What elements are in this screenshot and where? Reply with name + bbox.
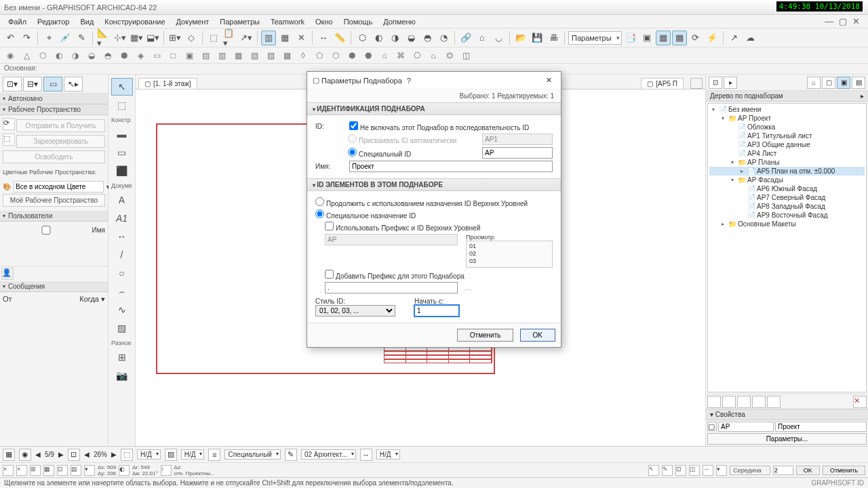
- tab-floorplan[interactable]: ▢[1. 1-й этаж]: [138, 78, 197, 89]
- s12-icon[interactable]: ▣: [182, 49, 197, 62]
- custom-id-field[interactable]: [482, 147, 553, 159]
- cursor-icon[interactable]: ⬚: [206, 30, 221, 45]
- sync-icon[interactable]: ⟳: [3, 118, 15, 130]
- tree-node[interactable]: ▾📁АР Планы: [709, 158, 865, 167]
- circle-tool[interactable]: ○: [111, 264, 133, 282]
- cb8-icon[interactable]: ◐: [119, 465, 130, 476]
- prop-icon[interactable]: ▢: [707, 422, 717, 431]
- custom-id-radio-label[interactable]: Специальный ID: [348, 148, 411, 158]
- qo7-icon[interactable]: ↔: [360, 449, 372, 461]
- cb6-icon[interactable]: ▤: [71, 465, 81, 476]
- edit2-icon[interactable]: ◑: [387, 30, 402, 45]
- s13-icon[interactable]: ▤: [198, 49, 213, 62]
- cb7-icon[interactable]: ▾: [84, 465, 95, 476]
- ok-button[interactable]: OK: [520, 329, 555, 342]
- navigator-header[interactable]: Дерево по поднаборам ▸: [706, 91, 868, 102]
- reserve-button[interactable]: Зарезервировать: [16, 135, 105, 148]
- fill-tool[interactable]: ▨: [111, 319, 133, 337]
- page-prev-icon[interactable]: ◀: [35, 451, 41, 458]
- mesh-tool[interactable]: ⊞: [111, 348, 133, 366]
- layers-icon[interactable]: 📑: [623, 30, 638, 45]
- nav-new2-icon[interactable]: [722, 396, 736, 408]
- refresh-icon[interactable]: ⟳: [688, 30, 703, 45]
- s9-icon[interactable]: ◈: [133, 49, 148, 62]
- ruler2-icon[interactable]: 📏: [332, 30, 347, 45]
- s18-icon[interactable]: ▩: [279, 49, 294, 62]
- save-icon[interactable]: 💾: [530, 30, 545, 45]
- ruler-icon[interactable]: 📐▾: [96, 30, 111, 45]
- tree-node[interactable]: 📄АР7 Северный Фасад: [709, 193, 865, 202]
- teamwork-header[interactable]: Автономно: [0, 94, 108, 104]
- nav-btn2[interactable]: ▸: [724, 77, 737, 89]
- properties-button[interactable]: Параметры...: [707, 433, 867, 445]
- nav-project-icon[interactable]: ⌂: [807, 77, 821, 89]
- menu-options[interactable]: Параметры: [214, 16, 265, 27]
- roof-icon[interactable]: ⌂: [475, 30, 490, 45]
- menu-document[interactable]: Документ: [171, 16, 215, 27]
- morph-icon[interactable]: ⬡: [355, 30, 370, 45]
- my-workspace-button[interactable]: Моё Рабочее Пространство: [3, 194, 105, 207]
- tabview-icon[interactable]: [690, 78, 703, 89]
- graphisoft-id[interactable]: GRAPHISOFT ID: [811, 479, 864, 488]
- style-select[interactable]: 01, 02, 03, ...: [315, 305, 395, 317]
- grid-icon[interactable]: ▦▾: [129, 30, 144, 45]
- menu-addon[interactable]: Допменю: [378, 16, 421, 27]
- continue-radio-label[interactable]: Продолжить с использованием назначения I…: [315, 197, 528, 207]
- dim-tool[interactable]: ↔: [111, 228, 133, 245]
- nav-new-icon[interactable]: [707, 396, 721, 408]
- mid-dd[interactable]: Середина: [730, 466, 770, 475]
- add-prefix-checkbox[interactable]: [325, 270, 334, 279]
- track-ok-button[interactable]: OK: [796, 466, 820, 475]
- inject-icon[interactable]: 💉: [58, 30, 73, 45]
- section-identification[interactable]: ИДЕНТИФИКАЦИЯ ПОДНАБОРА: [307, 102, 561, 115]
- tree-node[interactable]: ▾📄Без имени: [709, 105, 865, 114]
- zoom-fit-icon[interactable]: ⊡: [68, 449, 80, 461]
- redo-icon[interactable]: ↷: [19, 30, 34, 45]
- menu-view[interactable]: Вид: [75, 16, 99, 27]
- properties-header[interactable]: ▾ Свойства: [706, 409, 868, 420]
- text-tool[interactable]: A: [111, 191, 133, 209]
- send-receive-button[interactable]: Отправить и Получить: [16, 119, 105, 132]
- qo6-icon[interactable]: ✎: [285, 449, 297, 461]
- s5-icon[interactable]: ◑: [68, 49, 83, 62]
- cb3-icon[interactable]: ⊞: [30, 465, 41, 476]
- arc-tool[interactable]: ⌢: [111, 283, 133, 300]
- s7-icon[interactable]: ◓: [100, 49, 115, 62]
- prop-id-input[interactable]: [718, 422, 774, 432]
- view2-icon[interactable]: ▦: [656, 30, 671, 45]
- s17-icon[interactable]: ▨: [263, 49, 278, 62]
- arrow-tool-icon[interactable]: ↖▸: [64, 77, 83, 92]
- s14-icon[interactable]: ▥: [214, 49, 229, 62]
- gridsnap-icon[interactable]: ⊞▾: [167, 30, 182, 45]
- qo4-icon[interactable]: ▨: [165, 449, 177, 461]
- snap-icon[interactable]: ⊹▾: [113, 30, 127, 45]
- special-radio[interactable]: [315, 209, 324, 218]
- print-icon[interactable]: 🖶: [546, 30, 561, 45]
- nd3-dd[interactable]: Н/Д: [376, 449, 400, 460]
- cb4-icon[interactable]: ▦: [43, 465, 54, 476]
- nav-layout-icon[interactable]: ▣: [837, 77, 850, 89]
- s11-icon[interactable]: □: [165, 49, 180, 62]
- gravity-icon[interactable]: ⬓▾: [145, 30, 160, 45]
- s28-icon[interactable]: ⏣: [442, 49, 457, 62]
- nav-new3-icon[interactable]: [737, 396, 751, 408]
- qo3-icon[interactable]: ⬚: [121, 449, 133, 461]
- menu-design[interactable]: Конструирование: [99, 16, 170, 27]
- workspace-header[interactable]: Рабочее Пространство: [0, 104, 108, 115]
- picker1-icon[interactable]: ⊡▾: [3, 77, 22, 92]
- picker3-icon[interactable]: ▭: [43, 77, 62, 92]
- add-prefix-label[interactable]: Добавить Префикс для этого Поднабора: [325, 270, 465, 280]
- s21-icon[interactable]: ⬡: [328, 49, 343, 62]
- use-prefix-checkbox[interactable]: [325, 222, 334, 230]
- s8-icon[interactable]: ⬢: [117, 49, 132, 62]
- s16-icon[interactable]: ▧: [247, 49, 262, 62]
- zoom-prev-icon[interactable]: ◀: [84, 451, 90, 458]
- export-icon[interactable]: ↗: [727, 30, 742, 45]
- measure-icon[interactable]: ↔: [316, 30, 331, 45]
- menu-edit[interactable]: Редактор: [32, 16, 75, 27]
- cloud-icon[interactable]: ☁: [743, 30, 758, 45]
- nav-new4-icon[interactable]: [752, 396, 766, 408]
- special-radio-label[interactable]: Специальное назначение ID: [315, 209, 416, 220]
- arch-dd[interactable]: 02 Архитект...: [301, 449, 356, 460]
- tree-node[interactable]: 📄АР6 Южный Фасад: [709, 184, 865, 193]
